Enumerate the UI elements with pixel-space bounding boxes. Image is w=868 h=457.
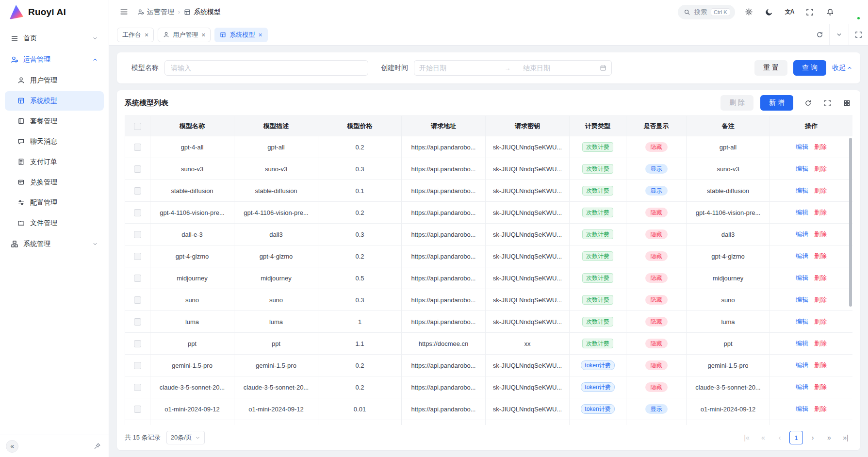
batch-delete-button[interactable]: 删 除: [721, 95, 753, 111]
edit-link[interactable]: 编辑: [796, 318, 808, 325]
create-time-range-picker[interactable]: →: [414, 60, 612, 76]
edit-link[interactable]: 编辑: [796, 143, 808, 150]
edit-link[interactable]: 编辑: [796, 361, 808, 369]
row-checkbox[interactable]: [134, 362, 141, 369]
delete-link[interactable]: 删除: [814, 143, 827, 150]
translate-icon[interactable]: 文A: [783, 5, 796, 19]
refresh-tab-icon[interactable]: [810, 24, 829, 45]
sidebar-item-system-model[interactable]: 系统模型: [5, 91, 104, 111]
delete-link[interactable]: 删除: [814, 187, 827, 194]
delete-link[interactable]: 删除: [814, 361, 827, 369]
first-page-button[interactable]: |«: [740, 431, 753, 444]
row-checkbox[interactable]: [134, 165, 141, 173]
cell-request-url: https://api.pandarobo...: [402, 267, 486, 289]
sidebar-item-home[interactable]: 首页: [5, 28, 104, 49]
delete-link[interactable]: 删除: [814, 296, 827, 303]
refresh-table-icon[interactable]: [802, 97, 814, 109]
delete-link[interactable]: 删除: [814, 230, 827, 238]
sidebar-item-user-management[interactable]: 用户管理: [5, 71, 104, 90]
cell-visibility: 隐藏: [626, 136, 687, 158]
tab-menu-chevron-icon[interactable]: [829, 24, 849, 45]
vertical-scrollbar[interactable]: [849, 138, 852, 307]
global-search[interactable]: 搜索 Ctrl K: [678, 5, 735, 19]
current-page-button[interactable]: 1: [789, 431, 803, 444]
edit-link[interactable]: 编辑: [796, 383, 808, 391]
delete-link[interactable]: 删除: [814, 383, 827, 391]
row-checkbox[interactable]: [134, 144, 141, 151]
delete-link[interactable]: 删除: [814, 165, 827, 172]
delete-link[interactable]: 删除: [814, 252, 827, 260]
delete-link[interactable]: 删除: [814, 405, 827, 412]
sidebar-item-config-management[interactable]: 配置管理: [5, 193, 104, 212]
billing-type-tag: 次数计费: [582, 339, 613, 348]
edit-link[interactable]: 编辑: [796, 405, 808, 412]
cell-request-url: https://api.pandarobo...: [402, 136, 486, 158]
row-checkbox[interactable]: [134, 209, 141, 216]
row-checkbox[interactable]: [134, 275, 141, 282]
model-name-input[interactable]: [164, 60, 368, 76]
content-fullscreen-icon[interactable]: [849, 24, 868, 45]
tab-user-management[interactable]: 用户管理 ×: [158, 28, 211, 42]
close-icon[interactable]: ×: [145, 32, 148, 38]
row-checkbox[interactable]: [134, 296, 141, 304]
row-checkbox[interactable]: [134, 318, 141, 326]
sidebar-item-payment-orders[interactable]: 支付订单: [5, 152, 104, 172]
fullscreen-icon[interactable]: [803, 5, 817, 19]
prev-page-button[interactable]: ‹: [773, 431, 786, 444]
end-date-input[interactable]: [523, 64, 596, 72]
start-date-input[interactable]: [419, 64, 492, 72]
edit-link[interactable]: 编辑: [796, 296, 808, 303]
tab-system-model[interactable]: 系统模型 ×: [214, 28, 267, 42]
prev-group-button[interactable]: «: [756, 431, 770, 444]
collapse-filter-link[interactable]: 收起: [832, 64, 852, 72]
column-settings-icon[interactable]: [841, 97, 852, 109]
pin-sidebar-icon[interactable]: [91, 441, 103, 452]
row-checkbox[interactable]: [134, 231, 141, 238]
edit-link[interactable]: 编辑: [796, 209, 808, 216]
edit-link[interactable]: 编辑: [796, 230, 808, 238]
user-avatar[interactable]: [845, 4, 860, 20]
breadcrumb-item-system-model[interactable]: 系统模型: [184, 8, 221, 16]
row-checkbox[interactable]: [134, 384, 141, 391]
edit-link[interactable]: 编辑: [796, 187, 808, 194]
next-group-button[interactable]: »: [822, 431, 836, 444]
delete-link[interactable]: 删除: [814, 209, 827, 216]
settings-gear-icon[interactable]: [742, 5, 755, 19]
page-size-select[interactable]: 20条/页: [166, 431, 205, 444]
cell-model-name: gpt-4-gizmo: [150, 245, 234, 267]
sidebar-item-exchange-management[interactable]: 兑换管理: [5, 173, 104, 192]
select-all-checkbox[interactable]: [134, 123, 141, 130]
next-page-button[interactable]: ›: [806, 431, 819, 444]
sidebar-item-file-management[interactable]: 文件管理: [5, 213, 104, 233]
row-checkbox[interactable]: [134, 406, 141, 413]
breadcrumb-item-operations[interactable]: 运营管理: [137, 8, 174, 16]
notifications-bell-icon[interactable]: [823, 5, 837, 19]
row-checkbox[interactable]: [134, 340, 141, 347]
add-button[interactable]: 新 增: [760, 95, 793, 111]
sidebar-item-system-management[interactable]: 系统管理: [5, 234, 104, 254]
query-button[interactable]: 查 询: [793, 60, 826, 76]
reset-button[interactable]: 重 置: [754, 60, 787, 76]
close-icon[interactable]: ×: [258, 32, 262, 38]
delete-link[interactable]: 删除: [814, 340, 827, 347]
row-checkbox[interactable]: [134, 253, 141, 260]
last-page-button[interactable]: »|: [839, 431, 852, 444]
sidebar-item-chat-messages[interactable]: 聊天消息: [5, 132, 104, 151]
delete-link[interactable]: 删除: [814, 318, 827, 325]
collapse-sidebar-button[interactable]: «: [6, 440, 18, 453]
sidebar-item-operations[interactable]: 运营管理: [5, 49, 104, 70]
edit-link[interactable]: 编辑: [796, 274, 808, 281]
row-checkbox[interactable]: [134, 187, 141, 195]
close-icon[interactable]: ×: [201, 32, 205, 38]
edit-link[interactable]: 编辑: [796, 165, 808, 172]
hamburger-menu-icon[interactable]: [117, 5, 131, 19]
edit-link[interactable]: 编辑: [796, 252, 808, 260]
edit-link[interactable]: 编辑: [796, 340, 808, 347]
dark-mode-moon-icon[interactable]: [762, 5, 776, 19]
tab-workbench[interactable]: 工作台 ×: [117, 28, 154, 42]
table-fullscreen-icon[interactable]: [821, 97, 833, 109]
cell-checkbox: [125, 136, 150, 158]
sidebar-item-package-management[interactable]: 套餐管理: [5, 112, 104, 131]
cell-model-price: 1: [318, 311, 402, 333]
delete-link[interactable]: 删除: [814, 274, 827, 281]
